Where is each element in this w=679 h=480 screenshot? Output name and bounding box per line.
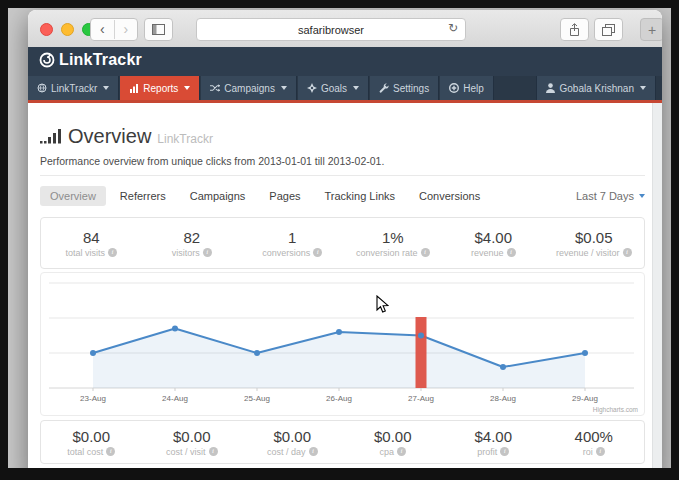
nav-item-linktrackr[interactable]: LinkTrackr [28, 76, 119, 100]
info-icon[interactable]: i [596, 447, 605, 456]
show-tabs-button[interactable] [594, 18, 623, 41]
stat-label: revenue / visitori [556, 248, 632, 258]
page-subtitle: Performance overview from unique clicks … [40, 155, 384, 167]
report-tabs: OverviewReferrersCampaignsPagesTracking … [40, 185, 645, 207]
app-header: LinkTrackr [28, 47, 662, 76]
data-point-marker[interactable] [254, 350, 260, 356]
page-title-suffix: LinkTrackr [157, 132, 213, 146]
stat-label: profiti [477, 447, 509, 457]
x-axis-label: 26-Aug [326, 394, 352, 403]
address-bar[interactable]: safaribrowser ↻ [196, 18, 466, 41]
user-name: Gobala Krishnan [560, 83, 635, 94]
back-button[interactable]: ‹ [91, 20, 114, 39]
share-button[interactable] [560, 18, 589, 41]
tab-conversions[interactable]: Conversions [409, 186, 490, 206]
stat-label-text: conversions [262, 248, 310, 258]
data-point-marker[interactable] [582, 350, 588, 356]
stat-value: 84 [83, 229, 100, 246]
stat-label-text: conversion rate [356, 248, 418, 258]
info-icon[interactable]: i [397, 447, 406, 456]
stat-label-text: profit [477, 447, 497, 457]
new-tab-button[interactable]: + [640, 18, 662, 41]
tab-overview[interactable]: Overview [40, 186, 106, 206]
mouse-cursor [376, 295, 389, 314]
data-point-marker[interactable] [500, 364, 506, 370]
visits-chart[interactable]: 23-Aug24-Aug25-Aug26-Aug27-Aug28-Aug29-A… [41, 273, 642, 413]
info-icon[interactable]: i [507, 248, 516, 257]
stat-label: roii [583, 447, 605, 457]
stat-total-visits: 84total visitsi [41, 218, 142, 268]
forward-button[interactable]: › [114, 20, 138, 39]
stat-total-cost: $0.00total costi [41, 421, 142, 463]
brand[interactable]: LinkTrackr [38, 51, 142, 69]
info-icon[interactable]: i [309, 447, 318, 456]
nav-item-campaigns[interactable]: Campaigns [201, 76, 297, 100]
info-icon[interactable]: i [421, 248, 430, 257]
date-range-selector[interactable]: Last 7 Days [576, 190, 645, 202]
bar-chart-icon [129, 83, 139, 93]
history-nav-group: ‹ › [90, 18, 138, 41]
stat-revenue: $4.00revenuei [443, 218, 544, 268]
nav-item-label: Goals [321, 83, 347, 94]
chevron-down-icon [281, 86, 287, 90]
info-icon[interactable]: i [500, 447, 509, 456]
reload-icon[interactable]: ↻ [448, 21, 458, 35]
stat-value: $0.00 [72, 428, 110, 445]
nav-spacer [495, 76, 535, 100]
stat-label-text: cost / visit [166, 447, 206, 457]
nav-item-reports[interactable]: Reports [120, 76, 200, 100]
page-header: Overview LinkTrackr [40, 125, 213, 148]
info-icon[interactable]: i [106, 447, 115, 456]
stat-label-text: cost / day [267, 447, 306, 457]
stat-cpa: $0.00cpai [343, 421, 444, 463]
stat-label: cpai [379, 447, 406, 457]
stat-value: $4.00 [474, 229, 512, 246]
conversion-bar[interactable] [416, 317, 427, 388]
globe-icon [37, 83, 47, 93]
user-icon [546, 83, 556, 93]
info-icon[interactable]: i [623, 248, 632, 257]
stat-label: total costi [67, 447, 115, 457]
stat-cost-day: $0.00cost / dayi [242, 421, 343, 463]
chart-credit[interactable]: Highcharts.com [593, 406, 638, 413]
nav-item-goals[interactable]: Goals [298, 76, 369, 100]
stat-label: revenuei [471, 248, 516, 258]
data-point-marker[interactable] [336, 329, 342, 335]
date-range-label: Last 7 Days [576, 190, 634, 202]
minimize-window-button[interactable] [61, 23, 74, 36]
nav-item-label: Reports [143, 83, 178, 94]
chevron-down-icon [353, 86, 359, 90]
tab-referrers[interactable]: Referrers [110, 186, 176, 206]
data-point-marker[interactable] [90, 350, 96, 356]
nav-item-help[interactable]: Help [440, 76, 494, 100]
stat-label: total visitsi [65, 248, 117, 258]
close-window-button[interactable] [40, 23, 53, 36]
info-icon[interactable]: i [209, 447, 218, 456]
tab-tracking-links[interactable]: Tracking Links [315, 186, 406, 206]
info-icon[interactable]: i [203, 248, 212, 257]
info-icon[interactable]: i [313, 248, 322, 257]
stat-label: cost / dayi [267, 447, 318, 457]
x-axis-label: 25-Aug [244, 394, 270, 403]
stat-label-text: roi [583, 447, 593, 457]
tab-campaigns[interactable]: Campaigns [180, 186, 256, 206]
nav-item-settings[interactable]: Settings [370, 76, 439, 100]
info-icon[interactable]: i [108, 248, 117, 257]
stat-label: conversionsi [262, 248, 322, 258]
stat-value: $0.00 [273, 428, 311, 445]
stat-label-text: revenue / visitor [556, 248, 620, 258]
user-menu[interactable]: Gobala Krishnan [536, 76, 657, 100]
data-point-marker[interactable] [172, 326, 178, 332]
x-axis-label: 27-Aug [408, 394, 434, 403]
sidebar-toggle-button[interactable] [144, 18, 173, 41]
stat-label: conversion ratei [356, 248, 430, 258]
chart-panel: 23-Aug24-Aug25-Aug26-Aug27-Aug28-Aug29-A… [40, 272, 645, 416]
x-axis-label: 29-Aug [572, 394, 598, 403]
data-point-marker[interactable] [418, 333, 424, 339]
scrollbar-track[interactable] [652, 103, 662, 468]
tab-pages[interactable]: Pages [259, 186, 310, 206]
stat-label-text: cpa [379, 447, 394, 457]
visits-area [93, 329, 585, 389]
nav-item-label: Settings [393, 83, 429, 94]
stat-value: $4.00 [474, 428, 512, 445]
